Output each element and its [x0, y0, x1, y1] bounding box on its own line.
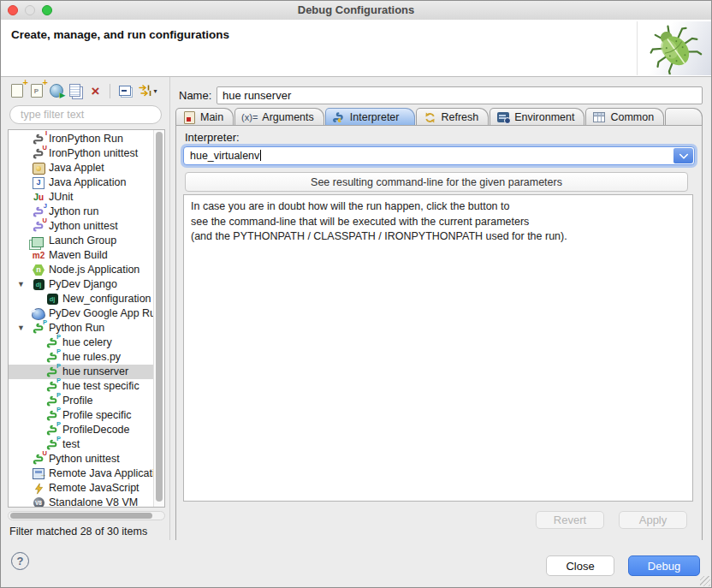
chevron-down-icon: ▾ — [153, 87, 157, 95]
python-unittest-icon: U — [32, 453, 45, 466]
tree-item[interactable]: PPython Run — [9, 321, 164, 336]
tree-item[interactable]: UPython unittest — [9, 452, 164, 466]
tab-environment[interactable]: Environment — [490, 108, 584, 126]
django-icon: dj — [45, 293, 59, 306]
python-icon — [332, 111, 346, 124]
tree-item[interactable]: JJython run — [9, 205, 164, 219]
duplicate-icon — [69, 84, 80, 97]
combo-dropdown-button[interactable] — [673, 148, 693, 163]
tree-item[interactable]: djNew_configuration — [9, 292, 164, 306]
new-prototype-icon: P — [31, 84, 43, 98]
tab-arguments[interactable]: (x)= Arguments — [234, 108, 324, 126]
tree-item[interactable]: Phue test specific — [9, 379, 164, 394]
python-run-icon: P — [45, 438, 59, 451]
tab-filler — [665, 108, 703, 126]
window-title: Debug Configurations — [1, 3, 711, 16]
tree-item[interactable]: djPyDev Django — [9, 277, 164, 292]
filter-configurations-icon — [139, 84, 152, 98]
interpreter-label: Interpreter: — [185, 131, 240, 144]
tree-item[interactable]: IIronPython Run — [9, 132, 164, 146]
delete-icon: × — [92, 84, 100, 98]
title-bar: Debug Configurations — [1, 1, 711, 21]
tree-item[interactable]: JJava Application — [9, 175, 164, 190]
tree-item[interactable]: Remote Java Application — [9, 466, 164, 481]
button-bar: ? Close Debug — [1, 540, 711, 587]
tree-item[interactable]: UJython unittest — [9, 219, 164, 234]
launch-group-icon — [32, 235, 45, 247]
tab-refresh[interactable]: Refresh — [416, 108, 489, 126]
nodejs-icon: n — [32, 264, 45, 276]
collapse-all-icon — [119, 86, 131, 96]
tree-item[interactable]: PProfileDecode — [9, 423, 164, 437]
common-tab-icon — [592, 111, 606, 124]
collapse-all-button[interactable] — [116, 82, 134, 100]
interpreter-tab-content: Interpreter: hue_virtualenv See resultin… — [175, 125, 703, 542]
java-applet-icon — [32, 162, 45, 175]
tab-interpreter[interactable]: Interpreter — [325, 108, 416, 126]
filter-configurations-button[interactable]: ▾ — [135, 82, 161, 100]
tree-horizontal-scrollbar[interactable] — [8, 511, 165, 520]
maven-build-icon: m2 — [32, 249, 45, 262]
help-button[interactable]: ? — [11, 552, 29, 570]
tab-main[interactable]: Main — [175, 108, 234, 126]
main-tab-icon — [182, 111, 196, 124]
delete-configuration-button[interactable]: × — [86, 82, 104, 100]
command-line-info-text: In case you are in doubt how will the ru… — [183, 194, 693, 502]
tab-common[interactable]: Common — [585, 108, 664, 126]
name-label: Name: — [179, 89, 211, 102]
configurations-toolbar: + P + ▶ × — [8, 80, 161, 101]
tree-item[interactable]: Phue celery — [9, 336, 164, 350]
export-configurations-button[interactable]: ▶ — [47, 82, 65, 100]
bug-icon — [646, 23, 703, 74]
tree-item[interactable]: Java Applet — [9, 161, 164, 175]
main-area: + P + ▶ × — [1, 77, 711, 542]
configurations-panel: + P + ▶ × — [8, 77, 165, 541]
close-button[interactable]: Close — [546, 555, 614, 576]
see-command-line-button[interactable]: See resulting command-line for the given… — [185, 172, 688, 192]
filter-input[interactable] — [9, 105, 162, 124]
environment-tab-icon — [496, 111, 510, 124]
tree-item-selected[interactable]: Phue runserver — [9, 365, 164, 379]
scrollbar-thumb[interactable] — [10, 513, 152, 519]
tree-item[interactable]: PProfile — [9, 394, 164, 408]
python-run-icon: P — [32, 322, 45, 335]
apply-button[interactable]: Apply — [619, 511, 687, 529]
tree-item[interactable]: Remote JavaScript — [9, 481, 164, 496]
panel-sash[interactable] — [169, 77, 170, 541]
tree-item[interactable]: PProfile specific — [9, 408, 164, 423]
interpreter-combo[interactable]: hue_virtualenv — [183, 146, 695, 165]
new-configuration-icon — [11, 84, 23, 98]
export-configurations-icon: ▶ — [50, 84, 63, 98]
configurations-tree: IIronPython Run UIronPython unittest Jav… — [8, 129, 165, 508]
filter-field-wrap — [9, 105, 162, 124]
tree-item[interactable]: UIronPython unittest — [9, 146, 164, 161]
tree-item[interactable]: V8Standalone V8 VM — [9, 496, 164, 508]
arguments-tab-icon: (x)= — [241, 112, 258, 122]
scrollbar-thumb[interactable] — [156, 132, 163, 502]
new-configuration-button[interactable]: + — [8, 82, 26, 100]
new-prototype-button[interactable]: P + — [27, 82, 45, 100]
page-title: Create, manage, and run configurations — [11, 28, 229, 41]
debug-configurations-dialog: Debug Configurations Create, manage, and… — [0, 0, 712, 588]
resize-grip[interactable] — [700, 576, 710, 586]
expander-icon[interactable] — [17, 321, 32, 336]
tree-item[interactable]: Ptest — [9, 437, 164, 452]
refresh-icon — [423, 111, 436, 124]
name-input[interactable] — [217, 86, 703, 104]
tree-item[interactable]: Launch Group — [9, 234, 164, 248]
tree-item[interactable]: m2Maven Build — [9, 248, 164, 263]
tree-item[interactable]: nNode.js Application — [9, 263, 164, 277]
tree-item[interactable]: PyDev Google App Run — [9, 306, 164, 321]
revert-button[interactable]: Revert — [536, 511, 604, 529]
debug-button[interactable]: Debug — [628, 555, 700, 576]
java-application-icon: J — [32, 176, 45, 189]
tree-item[interactable]: Phue rules.py — [9, 350, 164, 365]
expander-icon[interactable] — [17, 277, 32, 292]
toolbar-separator — [110, 84, 110, 98]
remote-javascript-icon — [32, 482, 45, 495]
interpreter-value: hue_virtualenv — [190, 150, 261, 162]
tree-item[interactable]: JuJUnit — [9, 190, 164, 205]
duplicate-configuration-button[interactable] — [67, 82, 85, 100]
tree-vertical-scrollbar[interactable] — [153, 130, 164, 507]
question-mark-icon: ? — [17, 555, 24, 567]
